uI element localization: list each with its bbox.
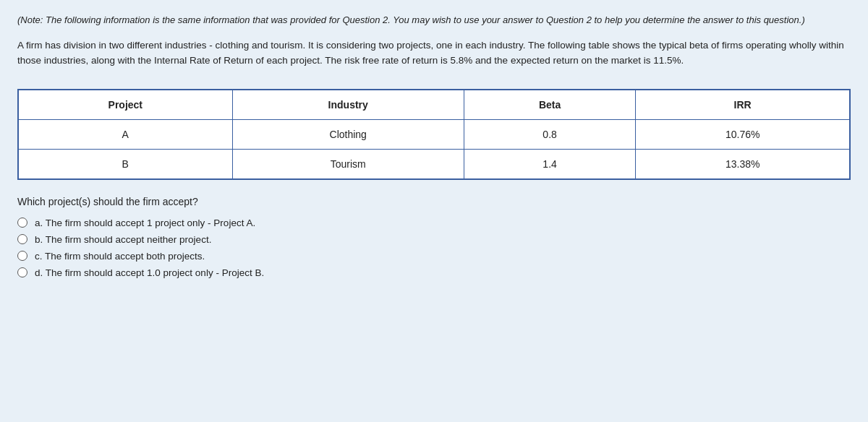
data-table: Project Industry Beta IRR A Clothing 0.8…: [17, 89, 851, 180]
col-header-project: Project: [18, 90, 232, 120]
list-item[interactable]: c. The firm should accept both projects.: [17, 251, 851, 262]
list-item[interactable]: d. The firm should accept 1.0 project on…: [17, 267, 851, 278]
row1-industry: Clothing: [232, 119, 464, 149]
radio-c[interactable]: [17, 251, 27, 261]
question-label: Which project(s) should the firm accept?: [17, 196, 851, 207]
row1-beta: 0.8: [464, 119, 635, 149]
row2-industry: Tourism: [232, 149, 464, 179]
option-c-label: c. The firm should accept both projects.: [35, 251, 205, 262]
options-list: a. The firm should accept 1 project only…: [17, 218, 851, 278]
row2-irr: 13.38%: [636, 149, 850, 179]
col-header-industry: Industry: [232, 90, 464, 120]
list-item[interactable]: a. The firm should accept 1 project only…: [17, 218, 851, 228]
row1-project: A: [18, 119, 232, 149]
option-b-label: b. The firm should accept neither projec…: [35, 234, 211, 245]
option-d-label: d. The firm should accept 1.0 project on…: [35, 267, 264, 278]
col-header-irr: IRR: [636, 90, 850, 120]
table-row: A Clothing 0.8 10.76%: [18, 119, 850, 149]
option-a-label: a. The firm should accept 1 project only…: [35, 218, 255, 228]
row1-irr: 10.76%: [636, 119, 850, 149]
note-text: (Note: The following information is the …: [17, 13, 851, 27]
description-text: A firm has division in two different ind…: [17, 38, 851, 69]
radio-b[interactable]: [17, 234, 27, 244]
radio-a[interactable]: [17, 218, 27, 228]
radio-d[interactable]: [17, 267, 27, 277]
row2-project: B: [18, 149, 232, 179]
data-table-wrapper: Project Industry Beta IRR A Clothing 0.8…: [17, 89, 851, 180]
table-row: B Tourism 1.4 13.38%: [18, 149, 850, 179]
row2-beta: 1.4: [464, 149, 635, 179]
list-item[interactable]: b. The firm should accept neither projec…: [17, 234, 851, 245]
col-header-beta: Beta: [464, 90, 635, 120]
